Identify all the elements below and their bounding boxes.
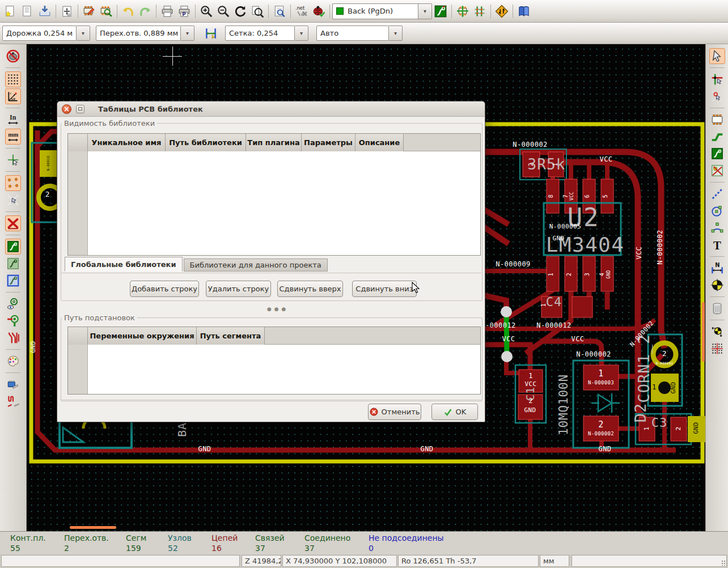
zones-sketch-icon[interactable] bbox=[5, 256, 21, 272]
save-board-icon[interactable] bbox=[37, 3, 53, 19]
tab-project-libraries[interactable]: Библиотеки для данного проекта bbox=[184, 258, 328, 272]
column-header[interactable]: Переменные окружения bbox=[88, 327, 197, 345]
add-line-icon[interactable] bbox=[709, 186, 725, 202]
grid-size-dropdown-button[interactable]: ▾ bbox=[295, 26, 308, 41]
pcb-label: 2 bbox=[662, 350, 667, 357]
add-text-icon[interactable]: T bbox=[709, 237, 725, 253]
plot-icon[interactable]: P bbox=[176, 3, 192, 19]
substitutions-table[interactable]: Переменные окруженияПуть сегмента bbox=[67, 327, 481, 395]
column-header[interactable]: Тип плагина bbox=[246, 134, 302, 151]
grid-toggle-icon[interactable] bbox=[5, 71, 21, 87]
ratsnest-mode-icon[interactable] bbox=[472, 3, 488, 19]
zones-show-icon[interactable] bbox=[5, 239, 21, 255]
zoom-select-dropdown-button[interactable]: ▾ bbox=[389, 26, 403, 41]
units-inch-icon[interactable]: In bbox=[5, 112, 21, 128]
table-row-header-column bbox=[68, 345, 88, 394]
close-icon[interactable] bbox=[62, 104, 71, 114]
print-icon[interactable] bbox=[159, 3, 175, 19]
tracks-sketch-icon[interactable] bbox=[5, 313, 21, 329]
module-check-icon[interactable] bbox=[5, 376, 21, 392]
polar-coords-icon[interactable]: rφ bbox=[5, 88, 21, 104]
add-zone-icon[interactable] bbox=[709, 146, 725, 162]
add-circle-icon[interactable] bbox=[709, 203, 725, 219]
status-label: Соединено bbox=[304, 533, 350, 542]
move-up-button[interactable]: Сдвинуть вверх bbox=[277, 281, 343, 297]
toolbar-separator bbox=[490, 5, 491, 18]
dialog-titlebar[interactable]: Таблицы PCB библиотек bbox=[57, 101, 485, 117]
table-row-header-column bbox=[68, 151, 88, 255]
zoom-select[interactable]: Авто bbox=[316, 26, 389, 41]
cancel-button[interactable]: Отменить bbox=[368, 404, 421, 420]
drc-off-icon[interactable] bbox=[5, 48, 21, 64]
module-ratsnest-icon[interactable] bbox=[5, 192, 21, 208]
grid-size-select[interactable]: Сетка: 0,254 bbox=[225, 26, 295, 41]
microwave-icon[interactable] bbox=[5, 393, 21, 409]
high-contrast-icon[interactable] bbox=[5, 330, 21, 346]
help-icon[interactable] bbox=[516, 3, 532, 19]
palette-icon[interactable] bbox=[5, 353, 21, 369]
autoroute-icon[interactable] bbox=[494, 3, 510, 19]
layer-selector[interactable]: Back (PgDn) bbox=[332, 3, 418, 19]
delete-tool-icon[interactable] bbox=[709, 300, 725, 316]
module-editor-icon[interactable] bbox=[81, 3, 97, 19]
zoom-out-icon[interactable] bbox=[215, 3, 231, 19]
library-browser-icon[interactable] bbox=[98, 3, 114, 19]
vertical-scrollbar-thumb[interactable] bbox=[702, 302, 705, 362]
add-keepout-icon[interactable] bbox=[709, 163, 725, 179]
page-settings-icon[interactable] bbox=[59, 3, 75, 19]
resize-grip[interactable] bbox=[721, 560, 727, 566]
undo-icon[interactable] bbox=[120, 3, 136, 19]
zoom-in-icon[interactable] bbox=[198, 3, 214, 19]
column-header[interactable]: Путь библиотеки bbox=[166, 134, 246, 151]
track-width-dropdown-button[interactable]: ▾ bbox=[77, 26, 90, 41]
add-dimension-icon[interactable]: N bbox=[709, 260, 725, 276]
auto-track-width-icon[interactable] bbox=[203, 26, 219, 41]
add-target-icon[interactable] bbox=[709, 277, 725, 293]
vias-sketch-icon[interactable] bbox=[5, 296, 21, 312]
zones-hide-icon[interactable] bbox=[5, 273, 21, 289]
module-mode-icon[interactable] bbox=[455, 3, 471, 19]
toolbar-separator bbox=[710, 256, 725, 257]
netlist-icon[interactable]: .net bbox=[294, 3, 310, 19]
restore-icon[interactable] bbox=[76, 105, 84, 113]
tool-select-icon[interactable] bbox=[709, 48, 725, 64]
splitter-handle[interactable]: ● ● ● bbox=[267, 306, 286, 312]
local-ratsnest-icon[interactable] bbox=[709, 88, 725, 104]
library-visibility-group-label: Видимость библиотеки bbox=[62, 119, 157, 128]
cursor-shape-icon[interactable] bbox=[5, 152, 21, 168]
zoom-redraw-icon[interactable] bbox=[232, 3, 248, 19]
track-width-select[interactable]: Дорожка 0,254 м bbox=[2, 26, 77, 41]
move-down-button[interactable]: Сдвинуть вниз bbox=[352, 281, 417, 297]
via-size-select[interactable]: Перех.отв. 0,889 мм bbox=[96, 26, 181, 41]
add-arc-icon[interactable] bbox=[709, 220, 725, 236]
drill-origin-icon[interactable] bbox=[709, 324, 725, 340]
tab-global-libraries[interactable]: Глобальные библиотеки bbox=[65, 257, 183, 272]
open-board-icon[interactable] bbox=[20, 3, 36, 19]
svg-text:mm: mm bbox=[8, 131, 18, 138]
column-header[interactable]: Путь сегмента bbox=[197, 327, 265, 345]
highlight-net-mode-icon[interactable] bbox=[433, 3, 448, 19]
find-icon[interactable] bbox=[272, 3, 287, 19]
ok-button[interactable]: OK bbox=[431, 404, 478, 420]
track-autodelete-icon[interactable] bbox=[5, 215, 21, 231]
via-size-dropdown-button[interactable]: ▾ bbox=[181, 26, 194, 41]
pcb-label: N-000002 bbox=[657, 230, 663, 265]
ratsnest-icon[interactable] bbox=[5, 175, 21, 191]
horizontal-scrollbar-thumb[interactable] bbox=[70, 526, 116, 529]
column-header[interactable]: Параметры bbox=[302, 134, 355, 151]
column-header[interactable]: Описание bbox=[355, 134, 404, 151]
layer-selector-dropdown-button[interactable]: ▾ bbox=[418, 3, 432, 19]
new-board-icon[interactable] bbox=[3, 3, 19, 19]
redo-icon[interactable] bbox=[137, 3, 153, 19]
net-highlight-icon[interactable] bbox=[709, 71, 725, 87]
erc-icon[interactable] bbox=[311, 3, 327, 19]
grid-origin-icon[interactable] bbox=[709, 341, 725, 357]
add-row-button[interactable]: Добавить строку bbox=[130, 281, 199, 297]
add-track-icon[interactable] bbox=[709, 129, 725, 145]
units-mm-icon[interactable]: mm bbox=[5, 129, 21, 145]
libraries-table[interactable]: Уникальное имяПуть библиотекиТип плагина… bbox=[67, 133, 481, 256]
column-header[interactable]: Уникальное имя bbox=[88, 134, 166, 151]
add-module-icon[interactable] bbox=[709, 112, 725, 128]
zoom-fit-icon[interactable] bbox=[249, 3, 265, 19]
delete-row-button[interactable]: Удалить строку bbox=[206, 281, 271, 297]
